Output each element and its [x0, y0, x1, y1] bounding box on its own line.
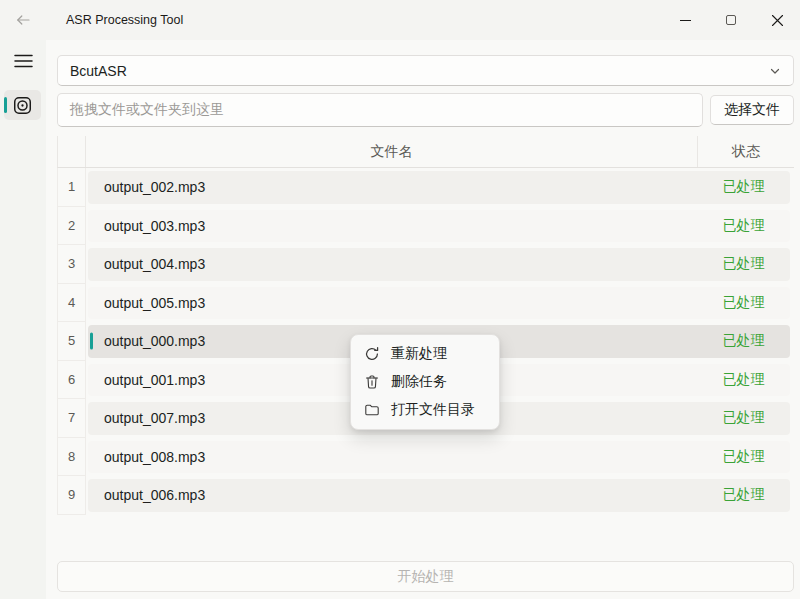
nav-menu-button[interactable]	[8, 48, 38, 74]
close-icon	[771, 14, 784, 27]
row-filename: output_006.mp3	[104, 487, 697, 503]
row-status-badge: 已处理	[697, 255, 790, 273]
minimize-icon	[680, 20, 691, 21]
selected-row-accent	[90, 333, 93, 350]
row-index: 1	[58, 168, 86, 207]
row-filename: output_002.mp3	[104, 179, 697, 195]
row-context-menu: 重新处理 删除任务 打开文件目录	[350, 334, 500, 430]
row-index: 3	[58, 245, 86, 284]
maximize-button[interactable]	[708, 0, 754, 40]
hamburger-icon	[14, 53, 33, 69]
engine-select[interactable]: BcutASR	[57, 55, 794, 86]
table-row[interactable]: 8 output_008.mp3 已处理	[57, 438, 794, 477]
table-row[interactable]: 4 output_005.mp3 已处理	[57, 284, 794, 323]
menu-item-label: 删除任务	[391, 373, 447, 391]
table-row[interactable]: 2 output_003.mp3 已处理	[57, 207, 794, 246]
chevron-down-icon	[769, 65, 781, 77]
row-status-badge: 已处理	[697, 486, 790, 504]
table-row[interactable]: 1 output_002.mp3 已处理	[57, 168, 794, 207]
titlebar: ASR Processing Tool	[0, 0, 800, 40]
row-index: 8	[58, 438, 86, 477]
folder-icon	[364, 402, 380, 418]
close-button[interactable]	[754, 0, 800, 40]
row-body: output_004.mp3 已处理	[88, 248, 790, 281]
menu-item-label: 重新处理	[391, 345, 447, 363]
file-drop-input[interactable]: 拖拽文件或文件夹到这里	[57, 93, 703, 127]
window-title: ASR Processing Tool	[66, 13, 183, 27]
maximize-icon	[726, 15, 736, 25]
row-filename: output_008.mp3	[104, 449, 697, 465]
header-index	[58, 136, 86, 167]
row-body: output_002.mp3 已处理	[88, 171, 790, 204]
row-filename: output_003.mp3	[104, 218, 697, 234]
minimize-button[interactable]	[662, 0, 708, 40]
sidebar-item-asr[interactable]	[4, 90, 41, 120]
row-index: 2	[58, 207, 86, 246]
row-index: 6	[58, 361, 86, 400]
file-drop-placeholder: 拖拽文件或文件夹到这里	[70, 101, 224, 119]
table-header: 文件名 状态	[57, 136, 794, 168]
row-body: output_005.mp3 已处理	[88, 287, 790, 320]
menu-item-open-directory[interactable]: 打开文件目录	[351, 396, 499, 424]
row-status-badge: 已处理	[697, 371, 790, 389]
row-index: 5	[58, 322, 86, 361]
record-icon	[12, 95, 33, 116]
table-row[interactable]: 3 output_004.mp3 已处理	[57, 245, 794, 284]
row-index: 4	[58, 284, 86, 323]
row-body: output_006.mp3 已处理	[88, 479, 790, 512]
table-row[interactable]: 9 output_006.mp3 已处理	[57, 476, 794, 515]
engine-select-value: BcutASR	[70, 63, 127, 79]
back-arrow-icon	[15, 12, 31, 28]
refresh-icon	[364, 346, 380, 362]
row-status-badge: 已处理	[697, 178, 790, 196]
row-filename: output_004.mp3	[104, 256, 697, 272]
sidebar-selected-accent	[4, 97, 7, 113]
row-status-badge: 已处理	[697, 448, 790, 466]
file-input-row: 拖拽文件或文件夹到这里 选择文件	[57, 93, 794, 127]
start-processing-button[interactable]: 开始处理	[57, 561, 794, 592]
row-index: 9	[58, 476, 86, 515]
row-status-badge: 已处理	[697, 294, 790, 312]
file-table: 文件名 状态 1 output_002.mp3 已处理 2 output_003…	[57, 136, 794, 515]
header-filename: 文件名	[86, 136, 697, 167]
row-status-badge: 已处理	[697, 332, 790, 350]
row-status-badge: 已处理	[697, 409, 790, 427]
row-body: output_008.mp3 已处理	[88, 441, 790, 474]
row-body: output_003.mp3 已处理	[88, 210, 790, 243]
menu-item-delete[interactable]: 删除任务	[351, 368, 499, 396]
row-index: 7	[58, 399, 86, 438]
sidebar	[0, 40, 46, 599]
menu-item-reprocess[interactable]: 重新处理	[351, 340, 499, 368]
header-status: 状态	[697, 136, 794, 167]
back-button[interactable]	[8, 5, 38, 35]
window-controls	[662, 0, 800, 40]
select-file-button[interactable]: 选择文件	[710, 95, 794, 125]
row-filename: output_005.mp3	[104, 295, 697, 311]
empty-space	[57, 515, 794, 562]
row-status-badge: 已处理	[697, 217, 790, 235]
menu-item-label: 打开文件目录	[391, 401, 475, 419]
main-panel: BcutASR 拖拽文件或文件夹到这里 选择文件 文件名 状态 1 output…	[46, 40, 800, 599]
trash-icon	[364, 374, 380, 390]
